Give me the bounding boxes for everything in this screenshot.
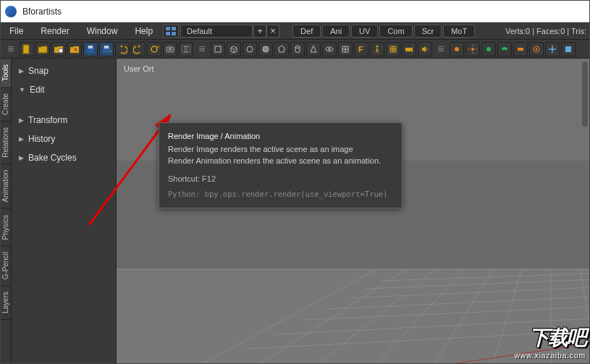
- vtab-create[interactable]: Create: [1, 88, 11, 122]
- chevron-right-icon: ▶: [19, 117, 24, 124]
- more-icon[interactable]: [561, 42, 576, 56]
- lattice-icon[interactable]: [386, 42, 400, 56]
- tab-uv[interactable]: UV: [351, 25, 378, 38]
- tab-def[interactable]: Def: [292, 25, 321, 38]
- svg-point-11: [151, 46, 157, 52]
- svg-point-26: [376, 45, 379, 47]
- svg-rect-1: [172, 27, 176, 30]
- watermark-url: www.xiazaiba.com: [515, 352, 586, 360]
- svg-rect-9: [104, 46, 109, 48]
- vtab-relations[interactable]: Relations: [1, 122, 11, 164]
- mesh-cube-icon[interactable]: [227, 42, 241, 56]
- menu-file[interactable]: File: [1, 22, 32, 39]
- window-title: Bforartists: [22, 7, 62, 17]
- empty-icon[interactable]: [545, 42, 560, 56]
- menu-render[interactable]: Render: [32, 22, 77, 39]
- panel-history[interactable]: ▶History: [13, 130, 114, 148]
- redo-icon[interactable]: [131, 42, 146, 56]
- viewport-label: User Ort: [124, 64, 154, 73]
- layout-grid-button[interactable]: [163, 25, 179, 38]
- svg-point-31: [486, 47, 491, 51]
- mesh-torus-icon[interactable]: [322, 42, 337, 56]
- armature-icon[interactable]: [370, 42, 384, 56]
- vtab-tools[interactable]: Tools: [1, 59, 11, 88]
- svg-point-29: [455, 47, 459, 51]
- viewport-3d[interactable]: User Ort: [117, 59, 589, 363]
- vtab-layers[interactable]: Layers: [1, 286, 11, 320]
- layout-add-button[interactable]: +: [253, 25, 266, 38]
- svg-rect-27: [390, 46, 396, 52]
- menu-help[interactable]: Help: [126, 22, 161, 39]
- scrollbar[interactable]: [581, 59, 588, 363]
- speaker-icon[interactable]: [418, 42, 432, 56]
- lamp-hemi-icon[interactable]: [497, 42, 512, 56]
- svg-marker-21: [279, 46, 285, 52]
- tooltip-python: Python: bpy.ops.render.render(use_viewpo…: [168, 189, 393, 200]
- svg-rect-4: [23, 45, 29, 54]
- recover-icon[interactable]: [67, 42, 82, 56]
- open-folder-icon[interactable]: [35, 42, 50, 56]
- lamp-spot-icon[interactable]: [481, 42, 496, 56]
- panel-bake-cycles[interactable]: ▶Bake Cycles: [13, 148, 114, 167]
- menu-window[interactable]: Window: [78, 22, 127, 39]
- separator-icon: ≡: [195, 42, 209, 56]
- toolbar: ≡ + ≡ F ≡: [1, 40, 589, 59]
- svg-text:F: F: [358, 45, 363, 54]
- mesh-cone-icon[interactable]: [306, 42, 321, 56]
- panel-edit[interactable]: ▼Edit: [13, 80, 114, 99]
- svg-point-22: [295, 46, 300, 48]
- tab-mot[interactable]: MoT: [443, 25, 475, 38]
- stats-text: Verts:0 | Faces:0 | Tris:: [505, 27, 589, 35]
- svg-point-30: [471, 48, 474, 51]
- watermark: 下载吧 www.xiazaiba.com: [515, 324, 586, 360]
- tooltip: Render Image / Animation Render Image re…: [159, 122, 403, 208]
- mesh-icosphere-icon[interactable]: [274, 42, 289, 56]
- svg-rect-16: [182, 46, 184, 52]
- panel-transform[interactable]: ▶Transform: [13, 111, 114, 130]
- repeat-icon[interactable]: [147, 42, 161, 56]
- layout-dropdown[interactable]: Default: [180, 25, 253, 38]
- new-file-icon[interactable]: [20, 42, 34, 56]
- svg-rect-28: [405, 48, 410, 51]
- svg-rect-7: [88, 46, 93, 48]
- lamp-area-icon[interactable]: [513, 42, 528, 56]
- svg-rect-2: [166, 32, 170, 35]
- layout-dropdown-label: Default: [187, 27, 212, 35]
- text-icon[interactable]: F: [354, 42, 368, 56]
- tooltip-shortcut: Shortcut: F12: [168, 173, 393, 185]
- watermark-text: 下载吧: [515, 324, 586, 352]
- layout-remove-button[interactable]: ×: [266, 25, 279, 38]
- camera-icon[interactable]: [402, 42, 416, 56]
- save-as-icon[interactable]: +: [99, 42, 114, 56]
- svg-point-20: [263, 46, 269, 52]
- force-icon[interactable]: [529, 42, 544, 56]
- panel-snap[interactable]: ▶Snap: [13, 62, 114, 80]
- hamburger-icon[interactable]: ≡: [4, 42, 18, 56]
- render-image-icon[interactable]: [163, 42, 177, 56]
- svg-rect-0: [166, 27, 170, 30]
- mesh-uvsphere-icon[interactable]: [258, 42, 273, 56]
- mesh-cylinder-icon[interactable]: [290, 42, 305, 56]
- tab-ani[interactable]: Ani: [322, 25, 350, 38]
- mesh-grid-icon[interactable]: [338, 42, 353, 56]
- tab-com[interactable]: Com: [379, 25, 412, 38]
- scrollbar-thumb[interactable]: [582, 62, 588, 127]
- tool-panel: ▶Snap ▼Edit ▶Transform ▶History ▶Bake Cy…: [12, 59, 117, 363]
- render-animation-icon[interactable]: [179, 42, 193, 56]
- mesh-circle-icon[interactable]: [243, 42, 257, 56]
- vtab-gpencil[interactable]: G-Pencil: [1, 246, 11, 286]
- recent-folder-icon[interactable]: [51, 42, 66, 56]
- tab-scr[interactable]: Scr: [414, 25, 442, 38]
- app-logo-icon: [5, 6, 17, 17]
- undo-icon[interactable]: [115, 42, 130, 56]
- svg-rect-32: [518, 48, 523, 51]
- lamp-sun-icon[interactable]: [465, 42, 480, 56]
- mesh-plane-icon[interactable]: [211, 42, 225, 56]
- vtab-physics[interactable]: Physics: [1, 209, 11, 246]
- lamp-point-icon[interactable]: [450, 42, 464, 56]
- chevron-right-icon: ▶: [19, 67, 24, 75]
- svg-text:+: +: [109, 49, 111, 54]
- save-icon[interactable]: [83, 42, 98, 56]
- svg-rect-3: [172, 32, 176, 35]
- vtab-animation[interactable]: Animation: [1, 164, 11, 208]
